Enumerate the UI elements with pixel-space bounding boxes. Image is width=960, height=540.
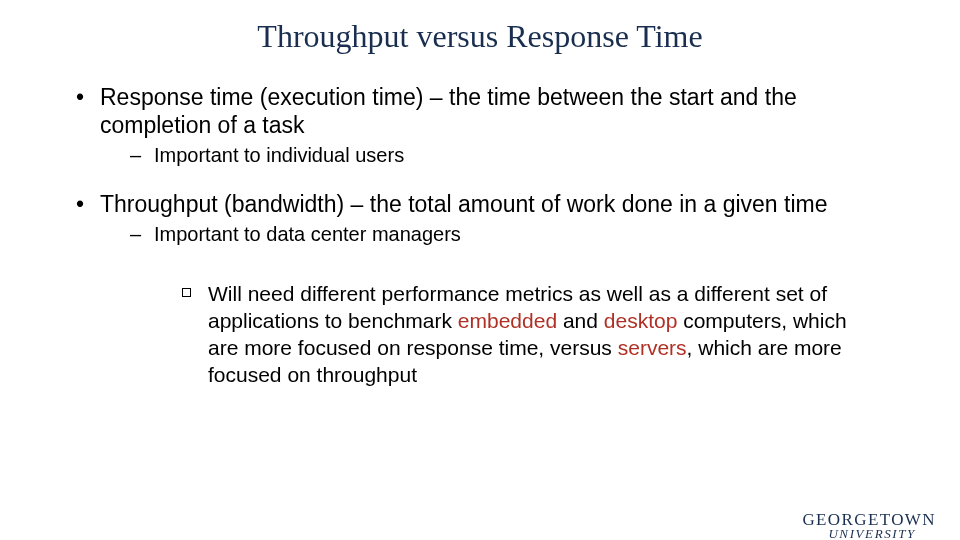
sub-bullet-item: Important to individual users — [100, 143, 888, 168]
slide: Throughput versus Response Time Response… — [0, 18, 960, 540]
sub-bullet-text: Important to individual users — [154, 144, 404, 166]
note-highlight: desktop — [604, 309, 678, 332]
sub-bullet-text: Important to data center managers — [154, 223, 461, 245]
bullet-text: Response time (execution time) – the tim… — [100, 84, 797, 138]
bullet-text: Throughput (bandwidth) – the total amoun… — [100, 191, 828, 217]
note-highlight: servers — [618, 336, 687, 359]
logo-line2: UNIVERSITY — [802, 528, 936, 540]
slide-content: Response time (execution time) – the tim… — [0, 83, 960, 389]
note-item: Will need different performance metrics … — [100, 281, 888, 389]
sub-bullet-list: Important to data center managers — [100, 222, 888, 247]
bullet-item: Response time (execution time) – the tim… — [72, 83, 888, 168]
note-list: Will need different performance metrics … — [100, 281, 888, 389]
note-highlight: embedded — [458, 309, 557, 332]
sub-bullet-list: Important to individual users — [100, 143, 888, 168]
bullet-list: Response time (execution time) – the tim… — [72, 83, 888, 389]
bullet-item: Throughput (bandwidth) – the total amoun… — [72, 190, 888, 389]
sub-bullet-item: Important to data center managers — [100, 222, 888, 247]
note-text: and — [557, 309, 604, 332]
georgetown-logo: GEORGETOWN UNIVERSITY — [802, 512, 936, 540]
slide-title: Throughput versus Response Time — [0, 18, 960, 55]
